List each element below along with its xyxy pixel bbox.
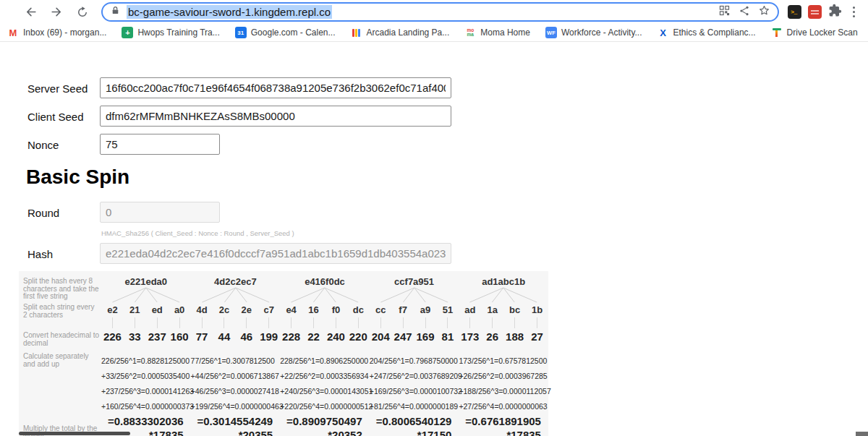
calc-row-label: Calculate separately and add up xyxy=(23,353,100,368)
hex-pair: 1b xyxy=(526,303,548,317)
extensions-puzzle-icon[interactable] xyxy=(828,4,842,20)
bookmark-arcadia[interactable]: Arcadia Landing Pa... xyxy=(351,27,450,38)
server-seed-input[interactable] xyxy=(100,77,451,98)
hex-pair: c7 xyxy=(258,303,280,317)
url-text[interactable]: bc-game-saviour-sword-1.kingdem.repl.co xyxy=(127,5,332,19)
multiply-value: *20355 xyxy=(191,428,281,436)
share-icon[interactable] xyxy=(739,5,750,20)
bookmark-inbox[interactable]: M Inbox (69) - morgan... xyxy=(7,27,106,38)
hex-pair: cc xyxy=(370,303,392,317)
hex8-value: e221eda0 xyxy=(101,276,191,287)
sheet-icon: + xyxy=(122,27,133,38)
bookmark-label: Moma Home xyxy=(480,27,530,38)
hex-pair: 2e xyxy=(235,303,258,317)
lock-icon[interactable] xyxy=(111,5,120,19)
red-extension-icon[interactable] xyxy=(808,5,822,19)
bookmark-drive-locker-scan[interactable]: Drive Locker Scan xyxy=(771,27,858,38)
decimal-value: 169 xyxy=(414,328,437,345)
hex8-value: ccf7a951 xyxy=(370,276,459,287)
multiply-value: *17835 xyxy=(459,428,548,436)
menu-kebab-icon[interactable] xyxy=(848,7,860,18)
sum-value: =0.3014554249 xyxy=(191,414,281,428)
back-button[interactable] xyxy=(17,0,43,24)
calc-line-4-row: +160/256^4=0.0000000373 +199/256^4=0.000… xyxy=(101,399,548,414)
client-seed-input[interactable] xyxy=(100,106,451,127)
page-title: Basic Spin xyxy=(26,166,129,189)
bookmark-label: Drive Locker Scan xyxy=(787,27,858,38)
bookmark-google-calendar[interactable]: 31 Google.com - Calen... xyxy=(235,27,336,38)
terminal-glyph: >_ xyxy=(791,9,798,15)
calc-line: +81/256^4=0.0000000189 xyxy=(370,399,459,414)
calc-line: +169/256^3=0.0000100732 xyxy=(370,384,459,399)
calc-line-2-row: +33/256^2=0.0005035400 +44/256^2=0.00067… xyxy=(101,369,548,384)
sum-value: =0.8006540129 xyxy=(370,414,459,428)
hex8-value: ad1abc1b xyxy=(459,276,548,287)
hex8-value: e416f0dc xyxy=(280,276,370,287)
fan-lines xyxy=(191,287,281,303)
fan-lines xyxy=(101,287,191,303)
ethics-icon: X xyxy=(658,27,669,38)
hex-pair: 51 xyxy=(436,303,459,317)
arcadia-icon xyxy=(351,27,362,38)
hex8-row: e221eda0 4d2c2ec7 e416f0dc ccf7a951 ad1a… xyxy=(101,276,548,287)
hex-pair: 16 xyxy=(302,303,325,317)
address-bar[interactable]: bc-game-saviour-sword-1.kingdem.repl.co xyxy=(101,2,779,22)
bookmark-label: Inbox (69) - morgan... xyxy=(23,27,106,38)
calc-line: +27/256^4=0.0000000063 xyxy=(459,399,548,414)
calc-line: +46/256^3=0.0000027418 xyxy=(191,384,281,399)
split2-row-label: Split each string every 2 characters xyxy=(23,304,100,319)
hash-breakdown-table: Split the hash every 8 characters and ta… xyxy=(19,271,548,436)
hex-pair: 21 xyxy=(124,303,146,317)
server-seed-label: Server Seed xyxy=(27,82,88,95)
decimal-value: 240 xyxy=(325,328,347,345)
qr-code-icon[interactable] xyxy=(718,4,731,20)
bookmark-moma-home[interactable]: moma Moma Home xyxy=(464,27,530,38)
bookmark-label: Ethics & Complianc... xyxy=(673,27,756,38)
hex-pair: f7 xyxy=(392,303,414,317)
forward-button[interactable] xyxy=(43,0,69,24)
decimal-value: 77 xyxy=(191,328,213,345)
extension-cluster: >_ xyxy=(788,4,868,20)
nonce-input[interactable] xyxy=(100,134,220,155)
bookmark-hwops-training[interactable]: + Hwops Training Tra... xyxy=(122,27,219,38)
hex-pair: dc xyxy=(347,303,370,317)
sum-row: =0.8833302036 =0.3014554249 =0.890975049… xyxy=(101,414,548,428)
bookmark-star-icon[interactable] xyxy=(758,4,770,20)
hex-pair: ed xyxy=(146,303,169,317)
decimal-value: 173 xyxy=(459,328,481,345)
client-seed-label: Client Seed xyxy=(27,111,84,123)
calc-line: +160/256^4=0.0000000373 xyxy=(101,399,191,414)
round-input xyxy=(100,202,220,223)
refresh-icon xyxy=(76,6,89,19)
bookmark-ethics-compliance[interactable]: X Ethics & Complianc... xyxy=(658,27,756,38)
decimal-value: 199 xyxy=(258,328,280,345)
bookmark-label: Arcadia Landing Pa... xyxy=(367,27,450,38)
fan-lines-row xyxy=(101,287,548,303)
hex-pair: ad xyxy=(459,303,481,317)
round-label: Round xyxy=(27,207,59,219)
multiply-value: *17150 xyxy=(370,428,459,436)
decimal-value: 27 xyxy=(526,328,548,345)
hex2dec-row-label: Convert hexadecimal to decimal xyxy=(23,332,100,347)
drive-scan-icon xyxy=(771,27,783,38)
bookmark-label: Hwops Training Tra... xyxy=(137,27,219,38)
browser-toolbar: bc-game-saviour-sword-1.kingdem.repl.co … xyxy=(0,0,868,24)
terminal-extension-icon[interactable]: >_ xyxy=(788,5,801,19)
table-horizontal-scrollbar-thumb[interactable] xyxy=(19,432,130,435)
bookmark-workforce[interactable]: WF Workforce - Activity... xyxy=(545,27,642,38)
sum-value: =0.8833302036 xyxy=(101,414,191,428)
hex-pair: a9 xyxy=(414,303,437,317)
sum-value: =0.6761891905 xyxy=(459,414,548,428)
hex-pair: 2c xyxy=(213,303,235,317)
refresh-button[interactable] xyxy=(69,0,95,24)
calc-line: +199/256^4=0.0000000463 xyxy=(191,399,281,414)
decimal-value: 44 xyxy=(213,328,235,345)
decimal-value: 188 xyxy=(503,328,526,345)
decimal-value: 22 xyxy=(302,328,325,345)
calendar-icon: 31 xyxy=(235,27,247,38)
hash-input xyxy=(100,243,451,264)
browser-window: bc-game-saviour-sword-1.kingdem.repl.co … xyxy=(0,0,868,436)
decimal-value: 228 xyxy=(280,328,302,345)
decimals-row: 22633237160 774446199 22822240220 204247… xyxy=(101,328,548,345)
bookmark-label: Workforce - Activity... xyxy=(561,27,642,38)
